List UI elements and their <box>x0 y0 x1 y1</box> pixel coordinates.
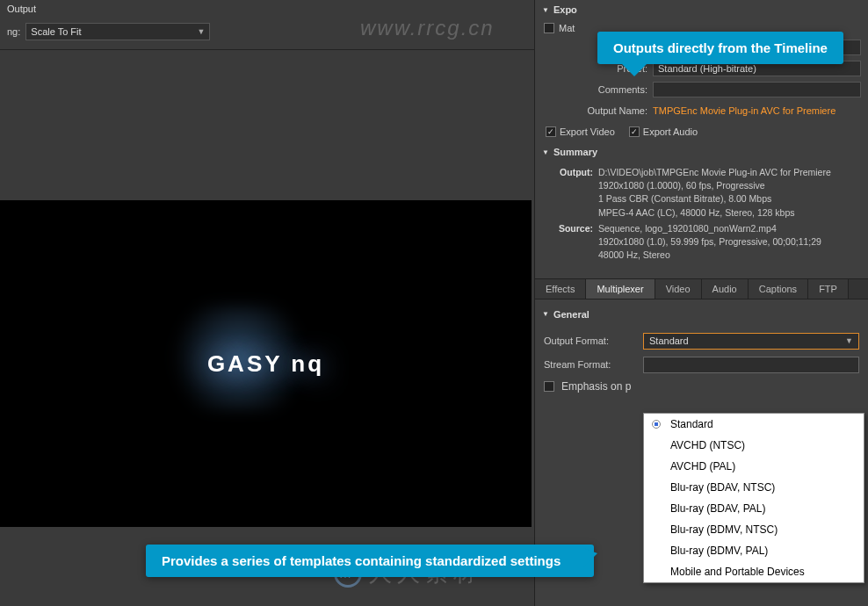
output-format-row: Output Format: Standard ▼ <box>544 329 859 353</box>
tab-audio[interactable]: Audio <box>702 279 749 299</box>
option-mobile[interactable]: Mobile and Portable Devices <box>644 561 864 582</box>
export-video-check[interactable]: ✓ Export Video <box>546 126 615 137</box>
export-audio-check[interactable]: ✓ Export Audio <box>629 126 698 137</box>
tab-ftp[interactable]: FTP <box>808 279 849 299</box>
checkbox-icon: ✓ <box>629 126 640 137</box>
tab-effects[interactable]: Effects <box>535 279 586 299</box>
triangle-down-icon: ▼ <box>542 148 549 156</box>
triangle-down-icon: ▼ <box>542 310 549 318</box>
stream-format-dropdown[interactable] <box>643 357 859 373</box>
tab-video[interactable]: Video <box>655 279 702 299</box>
output-format-label: Output Format: <box>544 335 636 346</box>
emphasis-row: Emphasis on p <box>544 377 859 396</box>
tab-multiplexer[interactable]: Multiplexer <box>586 279 655 299</box>
match-label: Mat <box>559 23 575 33</box>
callout-timeline: Outputs directly from the Timeline <box>597 32 843 64</box>
general-body: Output Format: Standard ▼ Stream Format:… <box>535 324 868 401</box>
comments-row: Comments: <box>535 79 868 100</box>
scaling-value: Scale To Fit <box>31 26 81 37</box>
option-bluray-bdav-ntsc[interactable]: Blu-ray (BDAV, NTSC) <box>644 477 864 498</box>
option-bluray-bdav-pal[interactable]: Blu-ray (BDAV, PAL) <box>644 498 864 519</box>
tab-captions[interactable]: Captions <box>749 279 808 299</box>
option-bluray-bdmv-ntsc[interactable]: Blu-ray (BDMV, NTSC) <box>644 519 864 540</box>
output-format-popup[interactable]: Standard AVCHD (NTSC) AVCHD (PAL) Blu-ra… <box>643 413 864 583</box>
summary-block: Output: D:\VIDEO\job\TMPGEnc Movie Plug-… <box>535 162 868 270</box>
chevron-down-icon: ▼ <box>845 336 853 345</box>
output-name-label: Output Name: <box>542 105 647 116</box>
output-format-dropdown[interactable]: Standard ▼ <box>643 333 859 350</box>
chevron-down-icon: ▼ <box>197 27 205 36</box>
emphasis-checkbox[interactable] <box>544 381 554 392</box>
summary-header[interactable]: ▼ Summary <box>535 142 868 162</box>
watermark-top: www.rrcg.cn <box>360 16 495 40</box>
option-bluray-bdmv-pal[interactable]: Blu-ray (BDMV, PAL) <box>644 540 864 561</box>
preview-area: GASY nq <box>0 200 532 527</box>
left-panel: Output ng: Scale To Fit ▼ GASY nq <box>0 0 534 606</box>
scaling-dropdown[interactable]: Scale To Fit ▼ <box>25 23 210 40</box>
stream-format-label: Stream Format: <box>544 359 636 370</box>
stream-format-row: Stream Format: <box>544 353 859 377</box>
summary-output-label: Output: <box>551 166 593 220</box>
triangle-down-icon: ▼ <box>542 6 549 14</box>
option-standard[interactable]: Standard <box>644 414 864 435</box>
comments-input[interactable] <box>653 82 861 97</box>
settings-tabs: Effects Multiplexer Video Audio Captions… <box>535 278 868 299</box>
summary-source-label: Source: <box>551 222 593 263</box>
match-checkbox[interactable] <box>544 23 554 33</box>
output-name-link[interactable]: TMPGEnc Movie Plug-in AVC for Premiere <box>653 103 861 119</box>
export-checks: ✓ Export Video ✓ Export Audio <box>535 121 868 142</box>
summary-output-text: D:\VIDEO\job\TMPGEnc Movie Plug-in AVC f… <box>598 166 859 220</box>
checkbox-icon: ✓ <box>546 126 556 137</box>
export-header[interactable]: ▼ Expo <box>535 0 868 19</box>
emphasis-label: Emphasis on p <box>561 380 631 393</box>
general-header[interactable]: ▼ General <box>535 305 868 324</box>
option-avchd-pal[interactable]: AVCHD (PAL) <box>644 456 864 477</box>
option-avchd-ntsc[interactable]: AVCHD (NTSC) <box>644 435 864 456</box>
callout-templates: Provides a series of templates containin… <box>146 545 594 577</box>
output-name-row: Output Name: TMPGEnc Movie Plug-in AVC f… <box>535 100 868 121</box>
scaling-label: ng: <box>7 26 20 37</box>
summary-source-text: Sequence, logo_19201080_nonWarn2.mp4 192… <box>598 222 859 263</box>
preview-text: GASY nq <box>207 350 324 378</box>
output-tab[interactable]: Output <box>0 0 534 18</box>
